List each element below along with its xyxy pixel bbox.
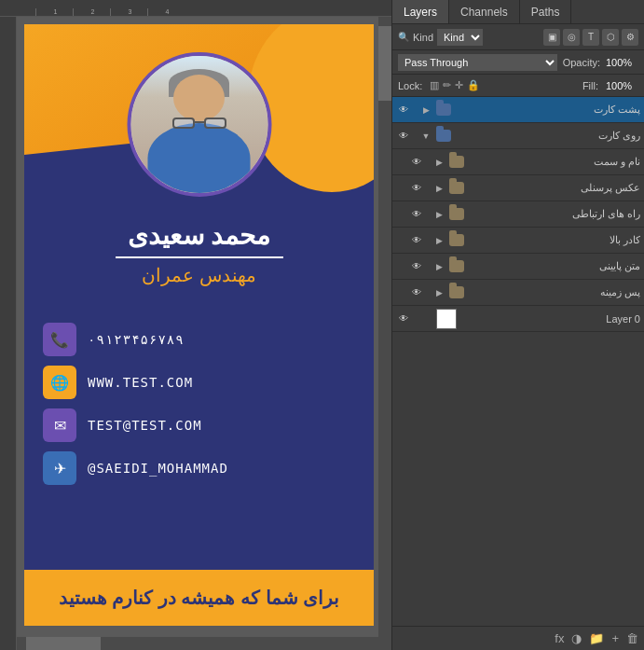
layers-bottom-toolbar: fx ◑ 📁 + 🗑 [392,626,644,650]
layer-item-9[interactable]: 👁 Layer 0 [392,306,644,332]
lock-transparent-icon[interactable]: ▥ [430,79,439,91]
expand-icon-1[interactable]: ▶ [420,104,432,116]
blend-mode-row: Pass Through Opacity: 100% [392,50,644,75]
folder-icon-1 [434,103,453,118]
eye-icon-5[interactable]: 👁 [409,207,424,222]
tab-channels[interactable]: Channels [449,0,520,23]
layer-thumb-9 [436,309,457,329]
filter-smart-icon[interactable]: ⚙ [622,29,638,46]
expand-icon-7[interactable]: ▶ [433,261,445,272]
expand-icon-4[interactable]: ▶ [433,183,445,194]
folder-icon-4 [447,181,466,196]
lock-row: Lock: ▥ ✏ ✛ 🔒 Fill: 100% [392,75,644,97]
filter-type-icon[interactable]: T [582,29,599,46]
phone-number: ۰۹۱۲۳۴۵۶۷۸۹ [88,332,185,347]
bottom-banner-text: برای شما که همیشه در کنارم هستید [59,587,339,609]
ruler-mark-4: 4 [147,8,185,16]
fx-button[interactable]: fx [555,631,564,645]
email-icon: ✉ [54,417,66,435]
eye-icon-9[interactable]: 👁 [396,311,411,326]
layers-list: 👁 ▶ پشت کارت 👁 ▼ روی کارت 👁 [392,97,644,626]
tab-paths[interactable]: Paths [520,0,572,23]
filter-row: 🔍 Kind Kind ▣ ◎ T ⬡ ⚙ [392,24,644,50]
delete-layer-button[interactable]: 🗑 [626,631,638,645]
layer-item-3[interactable]: 👁 ▶ نام و سمت [392,149,644,175]
fill-label: Fill: [582,80,598,91]
layer-name-3: نام و سمت [469,156,640,168]
eye-icon-7[interactable]: 👁 [409,259,424,274]
filter-shape-icon[interactable]: ⬡ [602,29,619,46]
expand-icon-6[interactable]: ▶ [433,235,445,246]
folder-icon-7 [447,259,466,274]
contact-website: 🌐 WWW.TEST.COM [43,366,355,399]
phone-icon-bg: 📞 [43,323,76,356]
layer-name-2: روی کارت [456,130,640,142]
layers-panel: Layers Channels Paths 🔍 Kind Kind ▣ ◎ T … [391,0,644,650]
fill-value: 100% [606,80,638,91]
eye-icon-2[interactable]: 👁 [396,129,411,144]
filter-select[interactable]: Kind [437,29,483,46]
profile-photo [127,52,271,197]
eye-icon-3[interactable]: 👁 [409,155,424,170]
name-section: محمد سعیدی مهندس عمران [24,220,374,286]
contact-email: ✉ TEST@TEST.COM [43,408,355,442]
contact-phone: 📞 ۰۹۱۲۳۴۵۶۷۸۹ [43,323,355,356]
expand-icon-5[interactable]: ▶ [433,209,445,220]
expand-icon-8[interactable]: ▶ [433,287,445,298]
layer-item-8[interactable]: 👁 ▶ پس زمینه [392,280,644,306]
folder-button[interactable]: 📁 [589,631,604,645]
lock-move-icon[interactable]: ✛ [455,79,463,91]
folder-icon-8 [447,285,466,300]
layer-item-5[interactable]: 👁 ▶ راه های ارتباطی [392,201,644,228]
expand-icon-2[interactable]: ▼ [420,131,432,142]
eye-icon-4[interactable]: 👁 [409,181,424,196]
ruler-left [0,17,17,650]
filter-icon-group: ▣ ◎ T ⬡ ⚙ [543,29,638,46]
person-title: مهندس عمران [24,264,374,286]
bottom-banner: برای شما که همیشه در کنارم هستید [24,570,374,626]
eye-icon-8[interactable]: 👁 [409,285,424,300]
layer-name-1: پشت کارت [456,104,640,116]
ruler-mark-2: 2 [73,8,110,16]
layer-name-8: پس زمینه [469,286,640,298]
ruler-mark-3: 3 [110,8,147,16]
layer-name-4: عکس پرسنلی [469,182,640,194]
lock-all-icon[interactable]: 🔒 [467,79,480,91]
layer-item-6[interactable]: 👁 ▶ کادر بالا [392,228,644,254]
filter-pixel-icon[interactable]: ▣ [543,29,560,46]
opacity-value: 100% [606,57,638,68]
ruler-top: 1 2 3 4 [0,0,391,17]
email-icon-bg: ✉ [43,408,76,442]
eye-icon-1[interactable]: 👁 [396,103,411,118]
lock-paint-icon[interactable]: ✏ [443,79,451,91]
phone-icon: 📞 [50,331,69,349]
layer-name-6: کادر بالا [469,234,640,246]
folder-icon-5 [447,207,466,222]
web-icon: 🌐 [50,374,69,392]
folder-icon-2 [434,129,453,144]
add-layer-button[interactable]: + [611,631,619,645]
filter-adjust-icon[interactable]: ◎ [563,29,580,46]
opacity-label: Opacity: [563,57,600,68]
website-url: WWW.TEST.COM [88,375,193,390]
horizontal-scrollbar[interactable] [17,637,378,650]
layer-item-2[interactable]: 👁 ▼ روی کارت [392,123,644,149]
adjustment-layer-button[interactable]: ◑ [571,631,582,645]
layer-item-7[interactable]: 👁 ▶ متن پایینی [392,254,644,280]
tab-layers[interactable]: Layers [392,0,449,23]
canvas-area: 1 2 3 4 [0,0,391,650]
business-card: محمد سعیدی مهندس عمران 📞 ۰۹۱۲۳۴۵۶۷۸۹ [24,24,374,626]
expand-icon-3[interactable]: ▶ [433,157,445,168]
layer-item-4[interactable]: 👁 ▶ عکس پرسنلی [392,175,644,201]
email-address: TEST@TEST.COM [88,418,202,433]
business-card-wrapper: محمد سعیدی مهندس عمران 📞 ۰۹۱۲۳۴۵۶۷۸۹ [24,24,374,626]
telegram-icon-bg: ✈ [43,451,76,485]
eye-icon-6[interactable]: 👁 [409,233,424,248]
telegram-icon: ✈ [54,460,66,477]
layer-item-1[interactable]: 👁 ▶ پشت کارت [392,97,644,123]
vertical-scrollbar[interactable] [378,17,391,650]
lock-label: Lock: [398,80,422,91]
lock-icons: ▥ ✏ ✛ 🔒 [430,79,480,91]
telegram-handle: @SAEIDI_MOHAMMAD [88,461,228,476]
blend-mode-select[interactable]: Pass Through [398,54,557,71]
